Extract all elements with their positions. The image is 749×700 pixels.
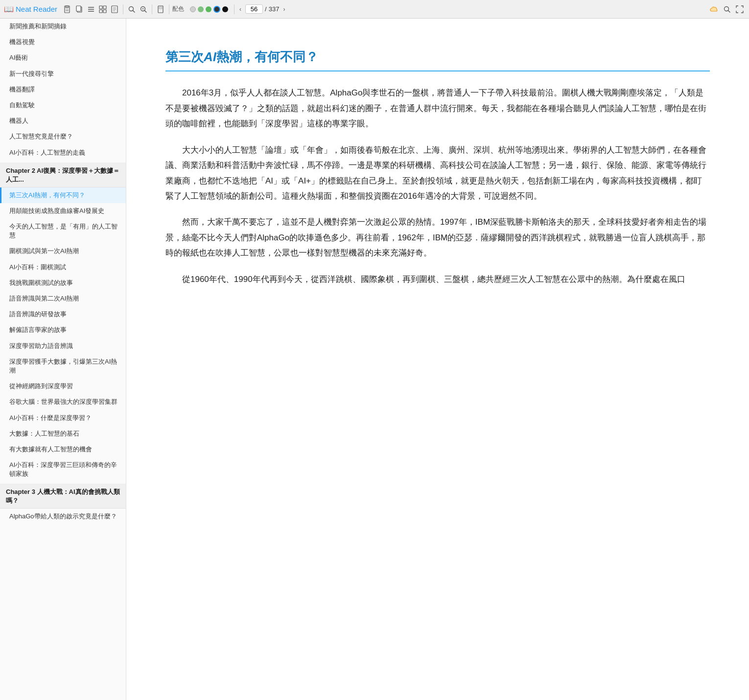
app-title: Neat Reader bbox=[16, 5, 57, 13]
sidebar-item-item-15[interactable]: 我挑戰圍棋測試的故事 bbox=[0, 275, 126, 291]
color-dot-2[interactable] bbox=[198, 6, 204, 12]
page-title: 第三次AI熱潮，有何不同？ bbox=[165, 48, 710, 71]
sidebar-item-item-25[interactable]: 有大數據就有人工智慧的機會 bbox=[0, 442, 126, 457]
color-dot-1[interactable] bbox=[190, 6, 196, 12]
svg-line-18 bbox=[133, 10, 135, 12]
sidebar-item-item-13[interactable]: 圍棋測試與第一次AI熱潮 bbox=[0, 243, 126, 259]
separator-1 bbox=[123, 4, 123, 14]
sidebar-item-item-17[interactable]: 語音辨識的研發故事 bbox=[0, 306, 126, 322]
sidebar-item-item-8[interactable]: 人工智慧究竟是什麼？ bbox=[0, 129, 126, 144]
color-dot-4[interactable] bbox=[213, 6, 220, 13]
cloud-sync-icon[interactable] bbox=[709, 4, 720, 15]
title-prefix: 第三次 bbox=[165, 49, 204, 64]
save-icon[interactable] bbox=[62, 4, 73, 15]
svg-line-25 bbox=[728, 10, 730, 12]
sidebar-item-item-11[interactable]: 用顛能技術成熟度曲線審AI發展史 bbox=[0, 203, 126, 219]
sidebar-item-item-4[interactable]: 新一代搜尋引擎 bbox=[0, 66, 126, 82]
sidebar-item-item-10[interactable]: 第三次AI熱潮，有何不同？ bbox=[0, 187, 126, 203]
sidebar-chapter-chapter-2[interactable]: Chapter 2 AI復興：深度學習＋大數據＝人工... bbox=[0, 163, 126, 187]
title-bold: AI bbox=[204, 49, 216, 64]
svg-rect-9 bbox=[99, 6, 102, 9]
content-paragraph-3: 然而，大家千萬不要忘了，這並不是人機對弈第一次激起公眾的熱情。1997年，IBM… bbox=[165, 214, 710, 260]
page-navigation: ‹ / 337 › bbox=[237, 4, 287, 14]
app-brand: 📖 Neat Reader bbox=[4, 4, 57, 14]
sidebar-item-item-3[interactable]: AI藝術 bbox=[0, 50, 126, 66]
separator-3 bbox=[169, 4, 169, 14]
search-icon[interactable] bbox=[126, 4, 137, 15]
content-area: 第三次AI熱潮，有何不同？ 2016年3月，似乎人人都在談人工智慧。AlphaG… bbox=[126, 19, 749, 700]
svg-rect-10 bbox=[103, 6, 106, 9]
sidebar-item-item-12[interactable]: 今天的人工智慧，是「有用」的人工智慧 bbox=[0, 219, 126, 243]
copy-icon[interactable] bbox=[74, 4, 85, 15]
sidebar: 新聞推薦和新聞摘錄機器視覺AI藝術新一代搜尋引擎機器翻譯自動駕駛機器人人工智慧究… bbox=[0, 19, 126, 700]
bookmark-icon[interactable] bbox=[155, 4, 166, 15]
title-suffix: 熱潮，有何不同？ bbox=[216, 49, 318, 64]
page-view-icon[interactable] bbox=[109, 4, 120, 15]
sidebar-item-item-20[interactable]: 深度學習獲手大數據，引爆第三次AI熱潮 bbox=[0, 354, 126, 378]
svg-rect-5 bbox=[76, 6, 81, 11]
sidebar-item-item-21[interactable]: 從神經網路到深度學習 bbox=[0, 378, 126, 394]
toolbar-right bbox=[709, 4, 745, 15]
svg-line-20 bbox=[145, 10, 147, 12]
content-body: 2016年3月，似乎人人都在談人工智慧。AlphaGo與李世石的一盤棋，將普通人… bbox=[165, 85, 710, 287]
search-toolbar-icon[interactable] bbox=[722, 4, 732, 15]
color-palette bbox=[190, 6, 228, 13]
menu-icon[interactable] bbox=[86, 4, 96, 15]
next-page-button[interactable]: › bbox=[281, 5, 287, 14]
svg-rect-11 bbox=[99, 10, 102, 13]
content-paragraph-2: 大大小小的人工智慧「論壇」或「年會」，如雨後春筍般在北京、上海、廣州、深圳、杭州… bbox=[165, 142, 710, 204]
svg-rect-23 bbox=[159, 7, 162, 9]
sidebar-item-item-27[interactable]: AlphaGo帶給人類的啟示究竟是什麼？ bbox=[0, 509, 126, 524]
grid-view-icon[interactable] bbox=[97, 4, 108, 15]
separator-2 bbox=[152, 4, 152, 14]
sidebar-item-item-26[interactable]: AI小百科：深度學習三巨頭和傳奇的辛頓家族 bbox=[0, 457, 126, 482]
toolbar: 📖 Neat Reader 配色 ‹ / 337 › bbox=[0, 0, 749, 19]
page-total: 337 bbox=[269, 5, 280, 13]
sidebar-item-item-7[interactable]: 機器人 bbox=[0, 113, 126, 129]
sidebar-item-item-16[interactable]: 語音辨識與第二次AI熱潮 bbox=[0, 291, 126, 306]
sidebar-item-item-19[interactable]: 深度學習助力語音辨識 bbox=[0, 338, 126, 354]
sidebar-item-item-9[interactable]: AI小百科：人工智慧的走義 bbox=[0, 145, 126, 161]
page-separator: / bbox=[265, 5, 267, 13]
sidebar-chapter-chapter-3[interactable]: Chapter 3 人機大戰：AI真的會挑戰人類嗎？ bbox=[0, 484, 126, 509]
separator-4 bbox=[234, 4, 234, 14]
main-layout: 新聞推薦和新聞摘錄機器視覺AI藝術新一代搜尋引擎機器翻譯自動駕駛機器人人工智慧究… bbox=[0, 19, 749, 700]
app-logo-icon: 📖 bbox=[4, 4, 14, 14]
sidebar-item-item-1[interactable]: 新聞推薦和新聞摘錄 bbox=[0, 19, 126, 34]
color-dot-3[interactable] bbox=[206, 6, 211, 12]
sidebar-item-item-14[interactable]: AI小百科：圍棋測試 bbox=[0, 259, 126, 275]
search2-icon[interactable] bbox=[138, 4, 149, 15]
sidebar-item-item-22[interactable]: 谷歌大腦：世界最強大的深度學習集群 bbox=[0, 394, 126, 410]
sidebar-item-item-2[interactable]: 機器視覺 bbox=[0, 34, 126, 50]
sidebar-item-item-6[interactable]: 自動駕駛 bbox=[0, 97, 126, 113]
svg-rect-12 bbox=[103, 10, 106, 13]
sidebar-item-item-18[interactable]: 解僱語言學家的故事 bbox=[0, 322, 126, 338]
sidebar-item-item-23[interactable]: AI小百科：什麼是深度學習？ bbox=[0, 410, 126, 426]
color-label: 配色 bbox=[172, 5, 184, 13]
svg-rect-1 bbox=[66, 6, 69, 8]
fullscreen-icon[interactable] bbox=[734, 4, 745, 15]
color-dot-5[interactable] bbox=[222, 6, 228, 12]
prev-page-button[interactable]: ‹ bbox=[237, 5, 243, 14]
sidebar-item-item-24[interactable]: 大數據：人工智慧的基石 bbox=[0, 426, 126, 442]
page-number-input[interactable] bbox=[245, 4, 263, 14]
content-paragraph-4: 從1960年代、1990年代再到今天，從西洋跳棋、國際象棋，再到圍棋、三盤棋，總… bbox=[165, 272, 710, 287]
sidebar-item-item-5[interactable]: 機器翻譯 bbox=[0, 82, 126, 97]
content-paragraph-1: 2016年3月，似乎人人都在談人工智慧。AlphaGo與李世石的一盤棋，將普通人… bbox=[165, 85, 710, 131]
